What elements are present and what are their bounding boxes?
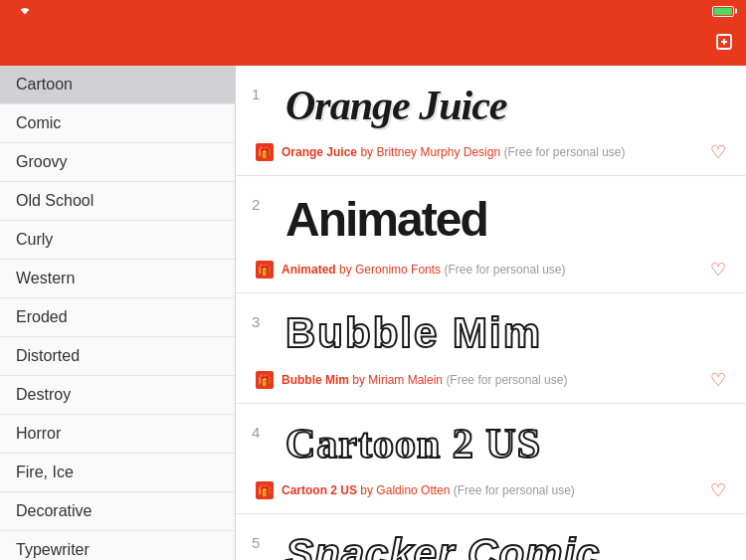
sidebar-item-cartoon[interactable]: Cartoon (0, 66, 235, 104)
font-name: Orange Juice (281, 145, 357, 159)
status-right (708, 6, 734, 17)
font-preview-3: 3Bubble Mim (236, 293, 746, 365)
gift-icon-1[interactable] (256, 143, 274, 161)
font-name: Bubble Mim (281, 373, 349, 387)
sidebar-item-decorative[interactable]: Decorative (0, 492, 235, 531)
wifi-icon (18, 6, 32, 16)
font-author: by Brittney Murphy Design (360, 145, 500, 159)
battery-fill (714, 8, 732, 15)
sidebar-item-destroy[interactable]: Destroy (0, 376, 235, 415)
battery-icon (712, 6, 734, 17)
font-meta-4: Cartoon 2 US by Galdino Otten (Free for … (236, 475, 746, 513)
font-number-3: 3 (252, 313, 260, 330)
font-name: Animated (281, 263, 336, 277)
font-preview-2: 2Animated (236, 176, 746, 255)
gift-icon-4[interactable] (256, 481, 274, 499)
font-preview-text-4[interactable]: Cartoon 2 US (285, 421, 541, 467)
font-number-5: 5 (252, 534, 260, 551)
status-left (12, 6, 32, 16)
edit-icon[interactable] (714, 32, 734, 57)
font-meta-2: Animated by Geronimo Fonts (Free for per… (236, 255, 746, 292)
font-entry-2: 2AnimatedAnimated by Geronimo Fonts (Fre… (236, 176, 746, 293)
font-preview-4: 4Cartoon 2 US (236, 404, 746, 475)
sidebar-item-groovy[interactable]: Groovy (0, 143, 235, 182)
sidebar-item-fire--ice[interactable]: Fire, Ice (0, 454, 235, 492)
sidebar-item-horror[interactable]: Horror (0, 415, 235, 454)
sidebar-item-typewriter[interactable]: Typewriter (0, 531, 235, 560)
font-preview-text-3[interactable]: Bubble Mim (285, 309, 542, 356)
sidebar-item-eroded[interactable]: Eroded (0, 298, 235, 337)
font-preview-text-2[interactable]: Animated (285, 193, 487, 246)
font-preview-text-1[interactable]: Orange Juice (285, 83, 507, 128)
font-author: by Galdino Otten (360, 483, 450, 497)
font-entry-5: 5Snacker ComicSnacker Comic by Måns Greb… (236, 514, 746, 560)
font-entry-4: 4Cartoon 2 USCartoon 2 US by Galdino Ott… (236, 404, 746, 514)
nav-right (686, 32, 746, 57)
font-license: (Free for personal use) (444, 263, 565, 277)
font-list: 1Orange JuiceOrange Juice by Brittney Mu… (236, 66, 746, 560)
font-author: by Miriam Malein (352, 373, 443, 387)
gift-icon-3[interactable] (256, 371, 274, 389)
gift-icon-2[interactable] (256, 261, 274, 279)
font-meta-text-1: Orange Juice by Brittney Murphy Design (… (281, 145, 702, 159)
nav-bar (0, 22, 746, 66)
font-meta-text-3: Bubble Mim by Miriam Malein (Free for pe… (281, 373, 702, 387)
status-bar (0, 0, 746, 22)
sidebar: CartoonComicGroovyOld SchoolCurlyWestern… (0, 66, 236, 560)
font-meta-3: Bubble Mim by Miriam Malein (Free for pe… (236, 365, 746, 403)
font-preview-text-5[interactable]: Snacker Comic (285, 530, 600, 560)
sidebar-item-distorted[interactable]: Distorted (0, 337, 235, 376)
font-name: Cartoon 2 US (281, 483, 357, 497)
heart-icon-4[interactable]: ♡ (710, 479, 726, 501)
main-content: CartoonComicGroovyOld SchoolCurlyWestern… (0, 66, 746, 560)
font-license: (Free for personal use) (454, 483, 575, 497)
font-license: (Free for personal use) (503, 145, 625, 159)
sidebar-item-curly[interactable]: Curly (0, 221, 235, 260)
font-number-1: 1 (252, 86, 260, 102)
font-license: (Free for personal use) (446, 373, 567, 387)
heart-icon-1[interactable]: ♡ (710, 141, 726, 163)
font-number-4: 4 (252, 424, 260, 441)
font-meta-text-2: Animated by Geronimo Fonts (Free for per… (281, 263, 702, 277)
sidebar-item-comic[interactable]: Comic (0, 104, 235, 143)
font-meta-1: Orange Juice by Brittney Murphy Design (… (236, 137, 746, 175)
sidebar-item-western[interactable]: Western (0, 260, 235, 298)
font-entry-3: 3Bubble MimBubble Mim by Miriam Malein (… (236, 293, 746, 404)
font-number-2: 2 (252, 196, 260, 213)
font-preview-1: 1Orange Juice (236, 66, 746, 137)
font-entry-1: 1Orange JuiceOrange Juice by Brittney Mu… (236, 66, 746, 176)
font-author: by Geronimo Fonts (339, 263, 441, 277)
font-meta-text-4: Cartoon 2 US by Galdino Otten (Free for … (281, 483, 702, 497)
heart-icon-3[interactable]: ♡ (710, 369, 726, 391)
font-preview-5: 5Snacker Comic (236, 514, 746, 560)
heart-icon-2[interactable]: ♡ (710, 259, 726, 280)
sidebar-item-old-school[interactable]: Old School (0, 182, 235, 221)
